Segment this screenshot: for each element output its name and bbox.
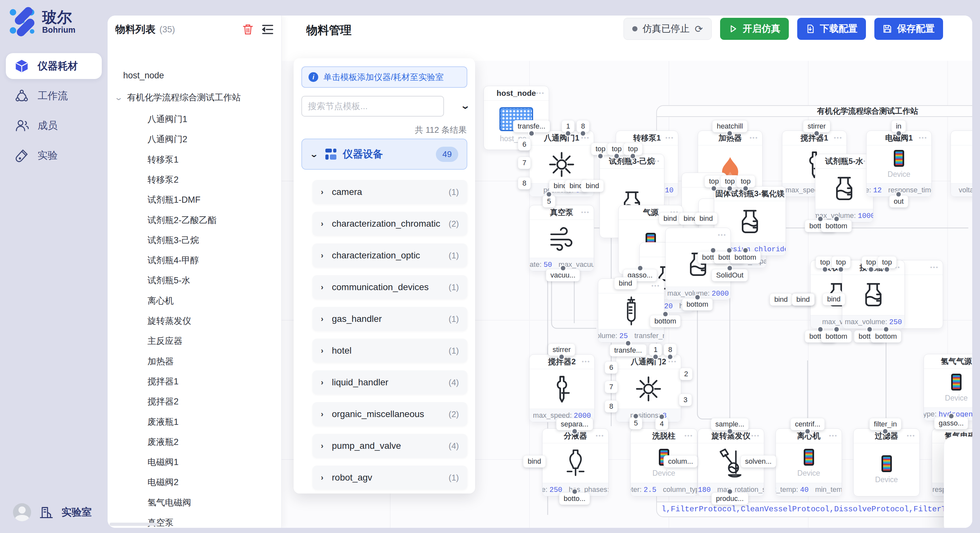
download-config-button[interactable]: 下载配置 <box>797 18 866 40</box>
canvas-node-氢气气源[interactable]: 氢气气源•••Devicegas_type: hydrogenmax_pre <box>924 354 972 421</box>
port-chip-bind[interactable]: bind <box>614 277 637 289</box>
port-dot-icon[interactable] <box>571 428 578 435</box>
port-chip-6[interactable]: 6 <box>518 138 531 151</box>
collapse-list-icon[interactable] <box>262 24 274 35</box>
port-dot-icon[interactable] <box>630 153 636 159</box>
template-item-gas_handler[interactable]: ›gas_handler(1) <box>312 307 467 331</box>
port-chip-6[interactable]: 6 <box>605 362 618 374</box>
template-item-camera[interactable]: ›camera(1) <box>312 180 467 204</box>
port-dot-icon[interactable] <box>948 413 955 419</box>
port-chip-3[interactable]: 3 <box>679 394 692 406</box>
port-chip-2[interactable]: 2 <box>679 368 692 380</box>
port-chip-bind[interactable]: bind <box>695 213 718 225</box>
port-dot-icon[interactable] <box>659 414 665 420</box>
port-chip-bind[interactable]: bind <box>822 293 845 305</box>
port-dot-icon[interactable] <box>838 266 844 273</box>
port-dot-icon[interactable] <box>822 266 828 273</box>
canvas-node-card[interactable]: •••voltage: 12 <box>950 130 972 197</box>
port-dot-icon[interactable] <box>560 265 566 271</box>
template-item-hotel[interactable]: ›hotel(1) <box>312 339 467 363</box>
port-chip-top[interactable]: top <box>624 143 643 155</box>
canvas-node-电磁阀1[interactable]: 电磁阀1•••Devicevoltage: 12response_time: 0… <box>866 130 932 197</box>
port-chip-filter_in[interactable]: filter_in <box>870 418 902 430</box>
search-input[interactable] <box>301 96 444 117</box>
port-dot-icon[interactable] <box>637 265 643 271</box>
port-chip-5[interactable]: 5 <box>542 195 555 208</box>
tree-item-root[interactable]: host_node <box>108 67 281 84</box>
port-chip-vacuu[interactable]: vacuu... <box>546 269 580 281</box>
port-dot-icon[interactable] <box>884 266 890 273</box>
port-chip-solven[interactable]: solven... <box>740 455 776 468</box>
horizontal-scrollbar[interactable] <box>110 523 158 526</box>
port-chip-heatchill[interactable]: heatchill <box>712 120 748 132</box>
tree-item[interactable]: 主反应器 <box>108 333 281 349</box>
tree-item[interactable]: 电磁阀1 <box>108 454 281 470</box>
port-chip-separa[interactable]: separa... <box>556 418 593 430</box>
template-item-characterization_optic[interactable]: ›characterization_optic(1) <box>312 244 467 268</box>
port-dot-icon[interactable] <box>614 153 620 159</box>
port-dot-icon[interactable] <box>652 354 659 360</box>
node-menu-icon[interactable]: ••• <box>596 429 605 443</box>
port-dot-icon[interactable] <box>694 294 701 300</box>
port-chip-bottom[interactable]: bottom <box>650 315 681 327</box>
port-dot-icon[interactable] <box>813 130 820 136</box>
tree-item[interactable]: 氢气电磁阀 <box>108 495 281 511</box>
port-dot-icon[interactable] <box>528 130 535 136</box>
canvas-node-card[interactable]: •••max_volume: 2000 <box>665 228 731 300</box>
port-dot-icon[interactable] <box>633 413 639 419</box>
port-chip-1[interactable]: 1 <box>562 120 574 132</box>
node-menu-icon[interactable]: ••• <box>930 260 939 274</box>
port-chip-stirrer[interactable]: stirrer <box>803 120 830 132</box>
node-menu-icon[interactable]: ••• <box>834 131 843 145</box>
canvas-node-试剂瓶5-水[interactable]: 试剂瓶5-水•••max_volume: 1000 <box>815 154 873 222</box>
port-dot-icon[interactable] <box>743 185 749 192</box>
sidebar-footer[interactable]: 实验室 <box>13 503 92 521</box>
port-dot-icon[interactable] <box>882 428 889 435</box>
chevron-down-icon[interactable]: ⌄ <box>460 100 471 111</box>
node-menu-icon[interactable]: ••• <box>773 187 782 201</box>
node-menu-icon[interactable]: ••• <box>718 228 727 242</box>
port-chip-bottom[interactable]: bottom <box>682 298 713 311</box>
node-menu-icon[interactable]: ••• <box>582 355 590 369</box>
port-chip-5[interactable]: 5 <box>629 417 642 429</box>
port-dot-icon[interactable] <box>727 265 733 271</box>
tree-item[interactable]: 废液瓶2 <box>108 434 281 450</box>
canvas-node-真空泵[interactable]: 真空泵•••pump_rate: 50max_vacuum: 0.1 <box>529 205 594 271</box>
node-menu-icon[interactable]: ••• <box>684 429 693 443</box>
port-chip-transfe[interactable]: transfe... <box>513 120 550 132</box>
template-item-robot_agv[interactable]: ›robot_agv(1) <box>312 466 467 490</box>
port-chip-produc[interactable]: produc... <box>711 493 748 505</box>
tree-item[interactable]: 试剂瓶3-己烷 <box>108 232 281 248</box>
tree-item[interactable]: 转移泵1 <box>108 152 281 168</box>
port-dot-icon[interactable] <box>571 488 578 495</box>
node-menu-icon[interactable]: ••• <box>665 131 674 145</box>
port-chip-bind[interactable]: bind <box>659 213 681 225</box>
canvas-node-过滤器[interactable]: 过滤器•••Device <box>853 428 920 497</box>
tree-item[interactable]: 搅拌器1 <box>108 373 281 390</box>
tree-item[interactable]: 加热器 <box>108 353 281 370</box>
canvas-node-搅拌器2[interactable]: 搅拌器2•••max_speed: 2000 <box>529 354 595 422</box>
tree-item[interactable]: 离心机 <box>108 293 281 309</box>
node-menu-icon[interactable]: ••• <box>907 429 915 443</box>
port-chip-colum[interactable]: colum... <box>663 455 697 468</box>
port-chip-top[interactable]: top <box>736 175 756 187</box>
port-chip-top[interactable]: top <box>878 256 897 268</box>
port-chip-transfe[interactable]: transfe... <box>609 344 646 357</box>
port-chip-bottom[interactable]: bottom <box>730 251 760 263</box>
canvas-node-八通阀门2[interactable]: 八通阀门2•••positions: 8 <box>616 354 681 422</box>
port-dot-icon[interactable] <box>667 354 673 360</box>
node-menu-icon[interactable]: ••• <box>751 429 760 443</box>
tree-item[interactable]: 试剂瓶5-水 <box>108 272 281 289</box>
sidebar-item-成员[interactable]: 成员 <box>6 113 102 139</box>
node-menu-icon[interactable]: ••• <box>749 131 758 145</box>
app-logo[interactable]: 玻尔 Bohrium <box>9 8 75 36</box>
node-menu-icon[interactable]: ••• <box>536 86 545 100</box>
port-dot-icon[interactable] <box>742 247 749 254</box>
node-menu-icon[interactable]: ••• <box>651 154 660 168</box>
tree-item[interactable]: 转移泵2 <box>108 171 281 188</box>
port-dot-icon[interactable] <box>597 153 604 159</box>
port-chip-bottom[interactable]: bottom <box>821 220 852 232</box>
port-chip-SolidOut[interactable]: SolidOut <box>712 269 748 281</box>
tree-item[interactable]: 旋转蒸发仪 <box>108 313 281 329</box>
save-config-button[interactable]: 保存配置 <box>874 18 943 40</box>
